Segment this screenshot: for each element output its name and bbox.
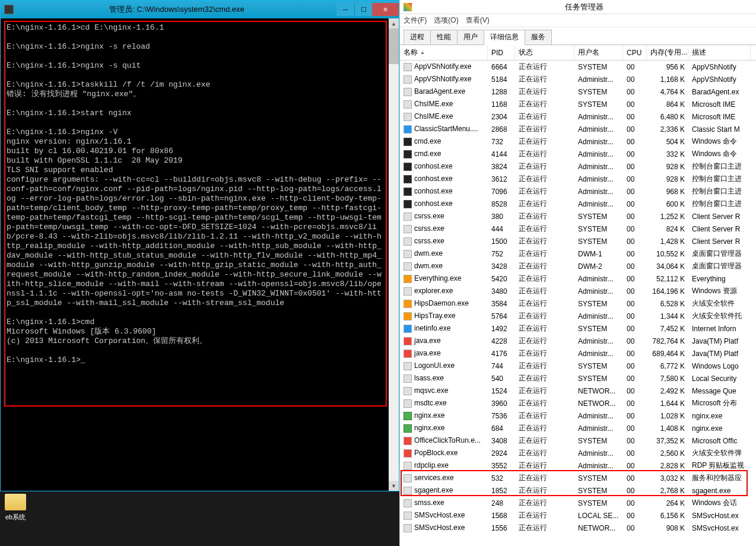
menu-options[interactable]: 选项(O) bbox=[434, 15, 458, 26]
col-mem[interactable]: 内存(专用... bbox=[647, 45, 688, 60]
process-name: explorer.exe bbox=[414, 287, 453, 295]
process-icon bbox=[404, 237, 412, 246]
process-cpu: 00 bbox=[623, 112, 647, 122]
table-row[interactable]: BaradAgent.exe1288正在运行SYSTEM004,764 KBar… bbox=[400, 85, 756, 98]
sort-asc-icon: ▲ bbox=[420, 50, 425, 55]
desktop-folder-eb[interactable]: eb系统 bbox=[5, 494, 26, 522]
minimize-button[interactable]: ─ bbox=[336, 3, 354, 16]
process-desc: Microsoft IME bbox=[688, 112, 751, 122]
table-row[interactable]: Everything.exe5420正在运行Administr...0052,1… bbox=[400, 272, 756, 285]
table-row[interactable]: PopBlock.exe2924正在运行Administr...002,560 … bbox=[400, 447, 756, 459]
table-row[interactable]: ChsIME.exe1168正在运行SYSTEM00864 KMicrosoft… bbox=[400, 98, 756, 110]
col-desc[interactable]: 描述 bbox=[688, 45, 751, 60]
table-row[interactable]: csrss.exe380正在运行SYSTEM001,252 KClient Se… bbox=[400, 210, 756, 223]
table-row[interactable]: OfficeClickToRun.e...3408正在运行SYSTEM0037,… bbox=[400, 434, 756, 447]
process-icon bbox=[404, 462, 412, 470]
tm-titlebar[interactable]: 任务管理器 bbox=[400, 0, 756, 14]
table-row[interactable]: nginx.exe7536正在运行Administr...001,028 Kng… bbox=[400, 410, 756, 422]
process-icon bbox=[404, 250, 412, 258]
process-name: nginx.exe bbox=[414, 411, 444, 420]
table-row[interactable]: cmd.exe4144正在运行Administr...00332 KWindow… bbox=[400, 148, 756, 160]
process-status: 正在运行 bbox=[515, 173, 574, 185]
table-row[interactable]: explorer.exe3480正在运行Administr...00164,19… bbox=[400, 285, 756, 297]
tab-details[interactable]: 详细信息 bbox=[484, 30, 525, 45]
process-cpu: 00 bbox=[623, 99, 647, 110]
table-row[interactable]: ChsIME.exe2304正在运行Administr...006,480 KM… bbox=[400, 110, 756, 123]
table-row[interactable]: HipsTray.exe5764正在运行Administr...001,344 … bbox=[400, 310, 756, 322]
process-name: inetinfo.exe bbox=[414, 324, 450, 332]
cmd-titlebar[interactable]: 管理员: C:\Windows\system32\cmd.exe ─ ☐ ✕ bbox=[1, 1, 399, 18]
table-row[interactable]: AppVShNotify.exe5184正在运行Administr...001,… bbox=[400, 73, 756, 85]
process-cpu: 00 bbox=[623, 199, 647, 209]
table-row[interactable]: SMSvcHost.exe1556正在运行NETWOR...00908 KSMS… bbox=[400, 522, 756, 534]
cmd-body[interactable]: E:\nginx-1.16.1>cd E:\nginx-1.16.1 E:\ng… bbox=[1, 18, 399, 491]
table-row[interactable]: ClassicStartMenu....2868正在运行Administr...… bbox=[400, 123, 756, 135]
table-row[interactable]: nginx.exe684正在运行Administr...001,408 Kngi… bbox=[400, 422, 756, 434]
table-row[interactable]: LogonUI.exe744正在运行SYSTEM006,772 KWindows… bbox=[400, 360, 756, 372]
table-row[interactable]: conhost.exe3612正在运行Administr...00928 K控制… bbox=[400, 173, 756, 185]
col-status[interactable]: 状态 bbox=[515, 45, 574, 60]
table-row[interactable]: smss.exe248正在运行SYSTEM00264 KWindows 会话 bbox=[400, 497, 756, 509]
process-user: SYSTEM bbox=[574, 373, 623, 384]
process-status: 正在运行 bbox=[515, 372, 574, 385]
process-status: 正在运行 bbox=[515, 509, 574, 522]
table-row[interactable]: HipsDaemon.exe3584正在运行SYSTEM006,528 K火绒安… bbox=[400, 297, 756, 310]
col-cpu[interactable]: CPU bbox=[623, 45, 647, 60]
process-pid: 7536 bbox=[488, 411, 515, 421]
table-row[interactable]: conhost.exe3824正在运行Administr...00928 K控制… bbox=[400, 160, 756, 173]
table-row[interactable]: AppVShNotify.exe6664正在运行SYSTEM00956 KApp… bbox=[400, 61, 756, 73]
process-mem: 1,168 K bbox=[647, 74, 688, 85]
table-row[interactable]: cmd.exe732正在运行Administr...00504 KWindows… bbox=[400, 135, 756, 148]
process-icon bbox=[404, 200, 412, 208]
process-pid: 5420 bbox=[488, 274, 515, 284]
scroll-up-icon[interactable]: ▲ bbox=[389, 18, 399, 28]
table-row[interactable]: lsass.exe540正在运行SYSTEM007,580 KLocal Sec… bbox=[400, 372, 756, 385]
table-row[interactable]: SMSvcHost.exe1568正在运行LOCAL SE...006,156 … bbox=[400, 509, 756, 522]
table-row[interactable]: rdpclip.exe3552正在运行Administr...002,828 K… bbox=[400, 459, 756, 472]
table-row[interactable]: java.exe4176正在运行Administr...00689,464 KJ… bbox=[400, 347, 756, 360]
table-row[interactable]: csrss.exe444正在运行SYSTEM00824 KClient Serv… bbox=[400, 223, 756, 235]
cmd-scrollbar[interactable]: ▲ ▼ bbox=[389, 18, 399, 491]
table-row[interactable]: mqsvc.exe1524正在运行NETWOR...002,492 KMessa… bbox=[400, 385, 756, 397]
table-row[interactable]: csrss.exe1500正在运行SYSTEM001,428 KClient S… bbox=[400, 235, 756, 247]
process-desc: RDP 剪贴板监视 bbox=[688, 459, 751, 472]
process-user: Administr... bbox=[574, 311, 623, 322]
col-user[interactable]: 用户名 bbox=[574, 45, 623, 60]
process-mem: 34,064 K bbox=[647, 261, 688, 272]
tm-rows[interactable]: AppVShNotify.exe6664正在运行SYSTEM00956 KApp… bbox=[400, 61, 756, 545]
process-icon bbox=[404, 387, 412, 395]
process-icon bbox=[404, 499, 412, 507]
process-pid: 3408 bbox=[488, 436, 515, 446]
tab-users[interactable]: 用户 bbox=[457, 30, 484, 45]
process-pid: 3584 bbox=[488, 299, 515, 309]
table-row[interactable]: inetinfo.exe1492正在运行SYSTEM007,452 KInter… bbox=[400, 322, 756, 335]
menu-file[interactable]: 文件(F) bbox=[404, 15, 427, 26]
process-desc: Client Server R bbox=[688, 211, 751, 222]
table-row[interactable]: java.exe4228正在运行Administr...00782,764 KJ… bbox=[400, 335, 756, 347]
process-status: 正在运行 bbox=[515, 297, 574, 310]
process-status: 正在运行 bbox=[515, 434, 574, 447]
process-desc: 火绒安全软件托 bbox=[688, 310, 751, 322]
col-name[interactable]: 名称▲ bbox=[400, 45, 488, 60]
process-desc: Microsoft 分布 bbox=[688, 397, 751, 410]
close-button[interactable]: ✕ bbox=[372, 3, 399, 16]
table-row[interactable]: dwm.exe752正在运行DWM-10010,552 K桌面窗口管理器 bbox=[400, 247, 756, 260]
col-pid[interactable]: PID bbox=[488, 45, 515, 60]
maximize-button[interactable]: ☐ bbox=[354, 3, 372, 16]
table-row[interactable]: sgagent.exe1852正在运行SYSTEM002,768 Ksgagen… bbox=[400, 484, 756, 497]
table-row[interactable]: conhost.exe8528正在运行Administr...00600 K控制… bbox=[400, 198, 756, 210]
menu-view[interactable]: 查看(V) bbox=[466, 15, 490, 26]
process-cpu: 00 bbox=[623, 286, 647, 297]
process-desc: Microsoft IME bbox=[688, 99, 751, 110]
table-row[interactable]: dwm.exe3428正在运行DWM-20034,064 K桌面窗口管理器 bbox=[400, 260, 756, 272]
tab-processes[interactable]: 进程 bbox=[404, 30, 431, 45]
tab-performance[interactable]: 性能 bbox=[430, 30, 458, 45]
process-desc: 控制台窗口主进 bbox=[688, 160, 751, 173]
tab-services[interactable]: 服务 bbox=[525, 30, 552, 45]
scroll-thumb[interactable] bbox=[389, 28, 399, 64]
scroll-down-icon[interactable]: ▼ bbox=[389, 481, 399, 491]
table-row[interactable]: conhost.exe7096正在运行Administr...00968 K控制… bbox=[400, 185, 756, 198]
table-row[interactable]: msdtc.exe3960正在运行NETWOR...001,644 KMicro… bbox=[400, 397, 756, 410]
process-cpu: 00 bbox=[623, 136, 647, 147]
table-row[interactable]: services.exe532正在运行SYSTEM003,032 K服务和控制器… bbox=[400, 472, 756, 484]
